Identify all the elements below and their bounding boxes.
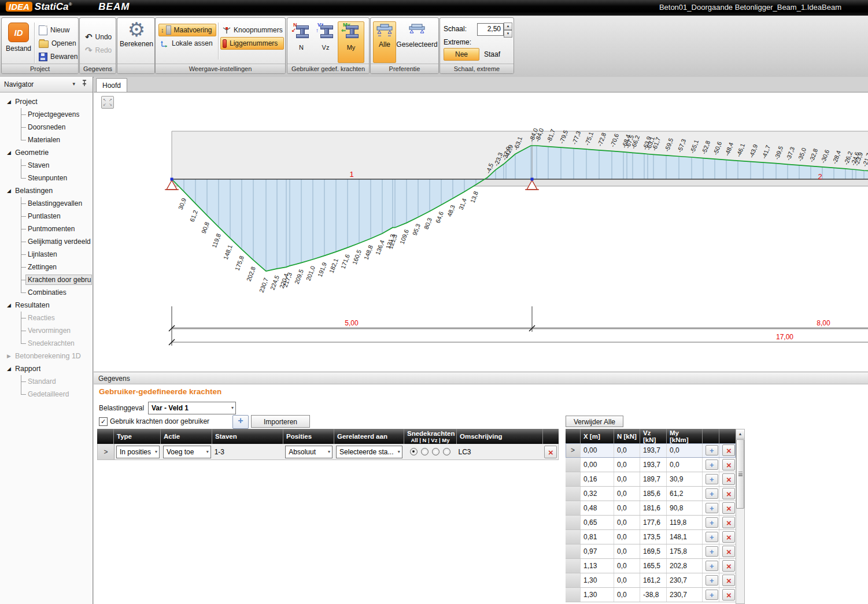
gerelateerd-select[interactable]: Selecteerde sta...▾ xyxy=(336,446,402,458)
extreme-nee-button[interactable]: Nee xyxy=(444,48,479,61)
gebruik-krachten-checkbox[interactable]: ✓ xyxy=(99,417,108,426)
type-select[interactable]: In posities▾ xyxy=(116,446,160,458)
nav-item-puntlasten[interactable]: Puntlasten xyxy=(0,210,92,223)
vz-value[interactable]: 181,6 xyxy=(640,501,667,515)
n-value[interactable]: 0,0 xyxy=(614,487,640,501)
delete-row-button[interactable]: × xyxy=(544,446,557,458)
nav-item-steunpunten[interactable]: Steunpunten xyxy=(0,172,92,184)
nav-item-project[interactable]: ◢Project xyxy=(0,95,92,108)
table-scrollbar[interactable]: ▲ xyxy=(736,429,745,604)
importeren-vanuit-button[interactable]: Importeren vanuit xyxy=(251,415,310,428)
maatvoering-toggle[interactable]: ↕Maatvoering xyxy=(158,24,216,36)
n-value[interactable]: 0,0 xyxy=(614,501,640,515)
chevron-down-icon[interactable]: ▾ xyxy=(72,81,75,87)
nav-item-materialen[interactable]: Materialen xyxy=(0,134,92,146)
delete-row-button[interactable]: × xyxy=(722,459,735,470)
x-value[interactable]: 0,97 xyxy=(581,544,614,558)
delete-row-button[interactable]: × xyxy=(722,473,735,485)
n-force-button[interactable]: N↙ N xyxy=(289,21,313,63)
berekenen-button[interactable]: ⚙ Berekenen xyxy=(119,20,154,63)
n-value[interactable]: 0,0 xyxy=(614,472,640,486)
table-row[interactable]: 0,970,0169,5175,8+× xyxy=(566,544,736,559)
tree-expanded-icon[interactable]: ◢ xyxy=(7,99,11,105)
tree-expanded-icon[interactable]: ◢ xyxy=(7,188,11,194)
nav-item-vervormingen[interactable]: Vervormingen xyxy=(0,324,92,337)
x-value[interactable]: 0,48 xyxy=(581,501,614,515)
fit-view-button[interactable]: ↖↗↙↘ xyxy=(101,96,114,109)
verwijder-alle-button[interactable]: Verwijder Alle xyxy=(566,416,623,427)
my-value[interactable]: 202,8 xyxy=(667,559,703,573)
n-value[interactable]: 0,0 xyxy=(614,573,640,587)
table-row[interactable]: 0,320,0185,661,2+× xyxy=(566,487,736,501)
nav-item-puntmomenten[interactable]: Puntmomenten xyxy=(0,223,92,235)
vz-value[interactable]: 193,7 xyxy=(640,458,667,472)
delete-row-button[interactable]: × xyxy=(722,589,735,601)
delete-row-button[interactable]: × xyxy=(722,502,735,514)
vz-value[interactable]: 177,6 xyxy=(640,516,667,529)
belastinggeval-select[interactable]: Var - Veld 1 ▾ xyxy=(148,402,236,414)
bewaren-button[interactable]: Bewaren xyxy=(36,50,80,63)
vz-value[interactable]: 193,7 xyxy=(640,443,667,457)
omschrijving-value[interactable]: LC3 xyxy=(456,444,542,460)
insert-row-button[interactable]: + xyxy=(706,575,718,586)
nav-item-krachten-door-gebru[interactable]: Krachten door gebru xyxy=(0,273,92,286)
x-value[interactable]: 0,00 xyxy=(581,458,614,472)
nav-item-reacties[interactable]: Reacties xyxy=(0,312,92,324)
navigator-header[interactable]: Navigator ▾ xyxy=(0,77,93,92)
radio-all[interactable] xyxy=(410,448,418,455)
nav-item-lijnlasten[interactable]: Lijnlasten xyxy=(0,248,92,261)
spin-down-icon[interactable]: ▼ xyxy=(504,30,512,38)
insert-row-button[interactable]: + xyxy=(706,561,718,571)
my-value[interactable]: 0,0 xyxy=(667,458,703,472)
bestand-button[interactable]: ID Bestand xyxy=(5,22,32,64)
nav-item-combinaties[interactable]: Combinaties xyxy=(0,286,92,299)
insert-row-button[interactable]: + xyxy=(706,474,718,484)
row-selector[interactable] xyxy=(566,516,581,529)
vz-force-button[interactable]: Vz↑ Vz xyxy=(313,21,338,63)
my-value[interactable]: 0,0 xyxy=(667,443,703,457)
x-value[interactable]: 1,30 xyxy=(581,588,614,602)
nav-item-gelijkmatig-verdeeld[interactable]: Gelijkmatig verdeeld xyxy=(0,235,92,248)
lokale-assen-toggle[interactable]: Lokale assen xyxy=(158,37,215,50)
scrollbar-thumb[interactable] xyxy=(736,439,744,509)
nav-item-staven[interactable]: Staven xyxy=(0,159,92,172)
table-row[interactable]: 0,650,0177,6119,8+× xyxy=(566,516,736,530)
radio-vz[interactable] xyxy=(432,448,439,455)
openen-button[interactable]: Openen xyxy=(36,37,79,50)
nav-item-belastingen[interactable]: ◢Belastingen xyxy=(0,184,92,197)
table-row[interactable]: 0,000,0193,70,0+× xyxy=(566,458,736,472)
vz-value[interactable]: 161,2 xyxy=(640,573,667,587)
table-row[interactable]: >0,000,0193,70,0+× xyxy=(566,443,736,458)
x-value[interactable]: 0,16 xyxy=(581,472,614,486)
posities-select[interactable]: Absoluut▾ xyxy=(285,446,333,458)
delete-row-button[interactable]: × xyxy=(722,531,735,543)
schaal-input[interactable]: 2,50 xyxy=(477,23,504,36)
radio-n[interactable] xyxy=(421,448,429,455)
nav-item-doorsneden[interactable]: Doorsneden xyxy=(0,121,92,134)
row-selector[interactable] xyxy=(566,544,581,558)
row-selector[interactable]: > xyxy=(566,443,581,457)
delete-row-button[interactable]: × xyxy=(722,488,735,499)
x-value[interactable]: 0,81 xyxy=(581,530,614,544)
delete-row-button[interactable]: × xyxy=(722,517,735,528)
n-value[interactable]: 0,0 xyxy=(614,530,640,544)
n-value[interactable]: 0,0 xyxy=(614,458,640,472)
insert-row-button[interactable]: + xyxy=(706,590,718,600)
nav-item-belastinggevallen[interactable]: Belastinggevallen xyxy=(0,197,92,210)
table-row[interactable]: 0,810,0173,5148,1+× xyxy=(566,530,736,544)
nav-item-zettingen[interactable]: Zettingen xyxy=(0,261,92,273)
nieuw-button[interactable]: Nieuw xyxy=(36,24,72,36)
table-row[interactable]: 0,160,0189,730,9+× xyxy=(566,472,736,487)
insert-row-button[interactable]: + xyxy=(706,503,718,513)
my-value[interactable]: 175,8 xyxy=(667,544,703,558)
tree-expanded-icon[interactable]: ◢ xyxy=(7,302,11,308)
nav-item-rapport[interactable]: ◢Rapport xyxy=(0,362,92,375)
row-selector[interactable]: > xyxy=(98,444,114,460)
staven-value[interactable]: 1-3 xyxy=(213,444,284,460)
row-selector[interactable] xyxy=(566,501,581,515)
vz-value[interactable]: 189,7 xyxy=(640,472,667,486)
row-selector[interactable] xyxy=(566,530,581,544)
delete-row-button[interactable]: × xyxy=(722,575,735,586)
tab-hoofd[interactable]: Hoofd xyxy=(96,78,127,92)
x-value[interactable]: 1,30 xyxy=(581,573,614,587)
